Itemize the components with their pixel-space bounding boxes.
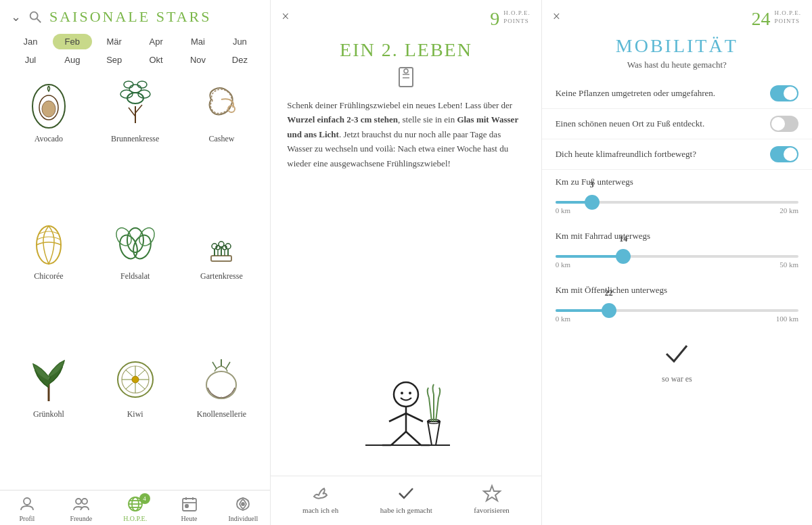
slider-thumb-2[interactable]: 14 [616, 249, 631, 264]
month-nov[interactable]: Nov [179, 52, 218, 68]
svg-point-68 [409, 392, 411, 394]
svg-line-72 [391, 432, 406, 445]
nav-freunde[interactable]: Freunde [54, 495, 108, 522]
svg-line-1 [37, 19, 41, 23]
svg-point-13 [137, 81, 147, 88]
svg-point-4 [42, 101, 55, 117]
avocado-label: Avocado [35, 134, 63, 144]
gruenkohl-label: Grünkohl [33, 409, 64, 419]
habe-ich-gemacht-button[interactable]: habe ich gemacht [380, 483, 432, 514]
hope-label-p2: H.O.P.E.POINTS [503, 9, 531, 25]
month-jul[interactable]: Jul [11, 52, 50, 68]
panel3-header: × 24 H.O.P.E.POINTS [542, 0, 812, 28]
bookmark-icon [271, 66, 541, 93]
nav-profil[interactable]: Profil [0, 495, 54, 522]
month-jan[interactable]: Jan [11, 34, 50, 49]
slider-container-2: 14 0 km 50 km [556, 255, 798, 274]
panel2-title: EIN 2. LEBEN [271, 39, 541, 61]
gruenkohl-image [22, 352, 76, 407]
svg-point-18 [127, 228, 143, 252]
search-icon[interactable] [28, 9, 43, 24]
month-mai[interactable]: Mai [179, 34, 218, 49]
svg-point-20 [136, 225, 157, 248]
food-item-kiwi[interactable]: Kiwi [95, 352, 176, 484]
slider-track-1[interactable]: 3 [556, 201, 798, 204]
month-sep[interactable]: Sep [95, 52, 134, 68]
svg-rect-60 [185, 505, 188, 507]
habe-ich-gemacht-label: habe ich gemacht [380, 506, 432, 514]
feldsalat-image [108, 214, 162, 269]
hope-points-p2: 9 H.O.P.E.POINTS [490, 9, 531, 28]
nav-heute-label: Heute [181, 515, 198, 522]
svg-line-47 [226, 362, 230, 369]
toggle-1[interactable] [770, 85, 798, 101]
month-aug[interactable]: Aug [53, 52, 92, 68]
food-item-gruenkohl[interactable]: Grünkohl [8, 352, 89, 484]
food-item-chicoree[interactable]: Chicorée [8, 214, 89, 346]
month-okt[interactable]: Okt [137, 52, 176, 68]
slider-minmax-3: 0 km 100 km [556, 315, 798, 323]
food-item-cashew[interactable]: Cashew [181, 77, 263, 209]
svg-point-0 [30, 12, 38, 20]
nav-individuell[interactable]: Individuell [216, 495, 270, 522]
month-dez[interactable]: Dez [220, 52, 259, 68]
month-grid: Jan Feb Mär Apr Mai Jun Jul Aug Sep Okt … [0, 30, 270, 72]
slider-value-2: 14 [619, 234, 627, 244]
chicoree-label: Chicorée [34, 271, 63, 281]
svg-point-50 [82, 499, 87, 504]
toggle-row-3: Dich heute klimafreundlich fortbewegt? [542, 139, 812, 170]
close-button-p3[interactable]: × [553, 9, 560, 23]
food-item-gartenkresse[interactable]: Gartenkresse [181, 214, 263, 346]
food-item-knollensellerie[interactable]: Knollensellerie [181, 352, 263, 484]
food-item-brunnenkresse[interactable]: Brunnenkresse [95, 77, 176, 209]
slider-track-3[interactable]: 22 [556, 309, 798, 312]
chevron-down-icon[interactable]: ⌄ [11, 9, 21, 24]
svg-point-67 [401, 392, 403, 394]
svg-point-61 [242, 503, 244, 505]
slider-max-1: 20 km [780, 206, 798, 214]
brunnenkresse-label: Brunnenkresse [111, 134, 159, 144]
toggle-3[interactable] [770, 146, 798, 162]
food-item-avocado[interactable]: Avocado [8, 77, 89, 209]
svg-line-70 [389, 413, 406, 421]
favorisieren-button[interactable]: favorisieren [474, 483, 510, 514]
mach-ich-eh-button[interactable]: mach ich eh [302, 483, 338, 514]
slider-value-1: 3 [590, 180, 594, 190]
slider-track-2[interactable]: 14 [556, 255, 798, 258]
panel2-header: × 9 H.O.P.E.POINTS [271, 0, 541, 28]
slider-thumb-1[interactable]: 3 [585, 195, 600, 210]
panel2-illustration [271, 354, 541, 476]
checkmark-large-icon[interactable] [663, 339, 690, 371]
svg-point-11 [129, 85, 141, 93]
toggle-label-2: Einen schönen neuen Ort zu Fuß entdeckt. [556, 118, 705, 130]
month-apr[interactable]: Apr [137, 34, 176, 49]
close-button[interactable]: × [281, 9, 289, 23]
nav-hope[interactable]: 4 H.O.P.E. [108, 495, 162, 522]
panel1-title: SAISONALE STARS [49, 8, 211, 26]
knollensellerie-image [194, 352, 248, 407]
panel-ein2leben: × 9 H.O.P.E.POINTS EIN 2. LEBEN Schenk d… [271, 0, 541, 525]
svg-line-43 [126, 383, 133, 389]
hope-badge: 4 [139, 493, 150, 504]
panel3-title: MOBILITÄT [542, 35, 812, 57]
month-feb[interactable]: Feb [53, 34, 92, 49]
slider-thumb-3[interactable]: 22 [602, 303, 616, 318]
svg-marker-81 [484, 486, 500, 501]
cashew-image [194, 77, 248, 131]
panel-mobilitaet: × 24 H.O.P.E.POINTS MOBILITÄT Was hast d… [542, 0, 812, 525]
toggle-label-1: Keine Pflanzen umgetreten oder umgefahre… [556, 87, 715, 99]
panel2-footer: mach ich eh habe ich gemacht favorisiere… [271, 476, 541, 525]
svg-line-42 [138, 370, 145, 376]
svg-point-19 [113, 225, 134, 248]
nav-heute[interactable]: Heute [162, 495, 217, 522]
svg-point-35 [132, 376, 139, 383]
month-jun[interactable]: Jun [220, 34, 259, 49]
hope-number-p2: 9 [490, 9, 499, 28]
panel-saisonale-stars: ⌄ SAISONALE STARS Jan Feb Mär Apr Mai Ju… [0, 0, 271, 525]
slider-label-3: Km mit Öffentlichen unterwegs [556, 285, 798, 296]
slider-container-3: 22 0 km 100 km [556, 309, 798, 328]
food-item-feldsalat[interactable]: Feldsalat [95, 214, 176, 346]
svg-line-78 [429, 398, 432, 421]
month-mar[interactable]: Mär [95, 34, 134, 49]
toggle-2[interactable] [770, 116, 798, 132]
